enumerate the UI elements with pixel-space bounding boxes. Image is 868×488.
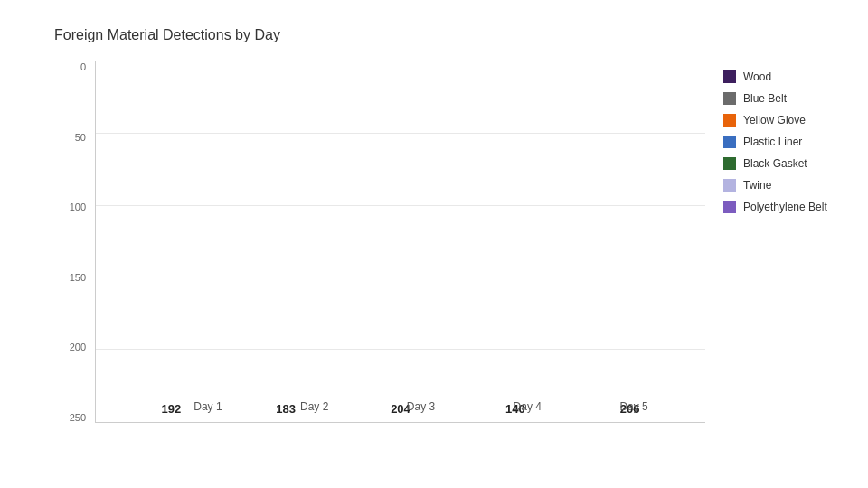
y-axis-label: 200 [54, 342, 90, 352]
legend-label: Plastic Liner [743, 136, 802, 148]
legend-color-box [723, 157, 736, 170]
x-axis-label: Day 1 [193, 400, 222, 413]
chart-title: Foreign Material Detections by Day [54, 27, 850, 43]
legend-item: Plastic Liner [723, 136, 850, 148]
y-axis: 250200150100500 [54, 61, 90, 423]
x-axis-label: Day 2 [300, 400, 328, 413]
x-axis-label: Day 4 [514, 400, 542, 413]
chart-container: Foreign Material Detections by Day 25020… [0, 0, 868, 488]
legend-color-box [723, 114, 736, 127]
legend-item: Black Gasket [723, 157, 850, 170]
legend-color-box [723, 201, 736, 213]
legend-item: Wood [723, 70, 850, 83]
legend-color-box [723, 179, 736, 192]
legend-color-box [723, 136, 736, 148]
bars-row: 192183204140206 [96, 61, 705, 422]
legend-color-box [723, 70, 736, 83]
x-axis-label: Day 5 [619, 400, 647, 413]
y-axis-label: 150 [54, 272, 90, 283]
y-axis-label: 50 [54, 132, 90, 143]
y-axis-label: 100 [54, 202, 90, 212]
legend: WoodBlue BeltYellow GlovePlastic LinerBl… [705, 61, 850, 459]
legend-label: Black Gasket [743, 157, 807, 170]
x-labels: Day 1Day 2Day 3Day 4Day 5 [137, 390, 705, 422]
y-axis-label: 250 [54, 412, 90, 423]
chart-area: 250200150100500 192183204140206 Day 1Day… [54, 61, 850, 459]
legend-item: Blue Belt [723, 92, 850, 105]
y-axis-label: 0 [54, 61, 90, 72]
x-axis-label: Day 3 [407, 400, 435, 413]
legend-item: Yellow Glove [723, 114, 850, 127]
legend-label: Blue Belt [743, 92, 787, 105]
grid-and-bars: 192183204140206 Day 1Day 2Day 3Day 4Day … [95, 61, 705, 423]
legend-item: Polyethylene Belt [723, 201, 850, 213]
legend-label: Polyethylene Belt [743, 201, 827, 213]
legend-item: Twine [723, 179, 850, 192]
legend-color-box [723, 92, 736, 105]
legend-label: Yellow Glove [743, 114, 806, 127]
chart-body: 250200150100500 192183204140206 Day 1Day… [54, 61, 705, 459]
legend-label: Wood [743, 70, 771, 83]
legend-label: Twine [743, 179, 771, 192]
